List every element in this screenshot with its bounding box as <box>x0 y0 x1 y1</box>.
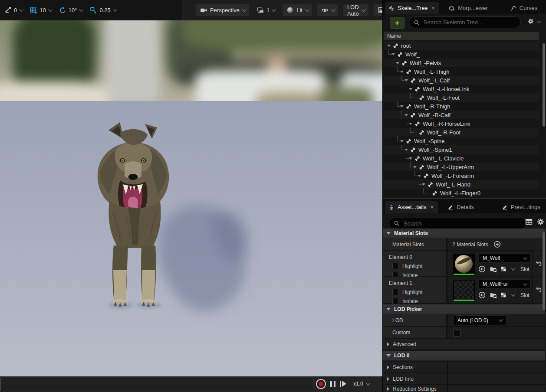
details-search-input[interactable] <box>403 220 522 227</box>
material-thumbnail-m-wolffur[interactable] <box>453 280 475 302</box>
add-bone-button[interactable]: + <box>390 17 405 29</box>
playback-speed-dropdown[interactable]: x1.0 <box>353 381 369 387</box>
isolate-checkbox[interactable] <box>392 298 399 304</box>
details-scrollbar[interactable] <box>543 232 545 310</box>
add-material-slot-icon[interactable] <box>493 241 501 248</box>
tab-skeleton-tree[interactable]: Skele...Tree × <box>385 2 439 14</box>
category-lod-picker[interactable]: LOD Picker <box>383 304 545 314</box>
lod0-row-sections[interactable]: Sections <box>383 362 545 373</box>
lit-label: Lit <box>296 7 303 13</box>
location-snap-control[interactable]: 0 <box>2 7 25 14</box>
tree-row-Wolf_-R-Calf[interactable]: Wolf_-R-Calf <box>384 111 539 119</box>
checker-material-icon[interactable] <box>501 292 507 298</box>
lod0-row-reduction-settings[interactable]: Reduction Settings <box>383 385 545 392</box>
lod-dropdown[interactable]: Auto (LOD 0) <box>453 315 506 325</box>
show-flags-dropdown[interactable] <box>317 4 338 16</box>
custom-checkbox[interactable] <box>453 329 460 336</box>
material-dropdown-m-wolf[interactable]: M_Wolf <box>478 253 530 263</box>
category-lod0[interactable]: LOD 0 <box>383 351 545 361</box>
category-material-slots[interactable]: Material Slots <box>383 229 545 238</box>
chevron-down-icon <box>113 7 117 12</box>
tree-row-Wolf_-L-Forearm[interactable]: Wolf_-L-Forearm <box>384 171 539 180</box>
perspective-dropdown[interactable]: Perspective <box>196 4 249 16</box>
use-selected-asset-icon[interactable] <box>478 291 486 299</box>
timeline-track[interactable] <box>0 378 313 391</box>
tree-connector <box>388 49 393 55</box>
chevron-down-icon[interactable] <box>511 292 515 297</box>
tree-row-Wolf_-L-Foot[interactable]: Wolf_-L-Foot <box>384 93 539 102</box>
checker-material-icon[interactable] <box>501 266 507 272</box>
tree-row-Wolf_-R-HorseLink[interactable]: Wolf_-R-HorseLink <box>384 119 539 128</box>
close-icon[interactable]: × <box>432 5 435 11</box>
skeleton-search[interactable] <box>409 16 521 28</box>
tab-preview-settings[interactable]: Previ...tings <box>498 201 545 213</box>
tree-row-Wolf_-R-Foot[interactable]: Wolf_-R-Foot <box>384 128 539 137</box>
browse-to-asset-icon[interactable] <box>490 291 497 299</box>
lod-auto-dropdown[interactable]: LOD Auto <box>343 4 368 16</box>
tree-row-Wolf_-L-Hand[interactable]: Wolf_-L-Hand <box>384 180 539 189</box>
display-options-icon[interactable] <box>525 218 533 225</box>
tab-asset-details[interactable]: Asset...tails × <box>385 201 438 213</box>
column-divider <box>447 373 448 384</box>
lit-mode-dropdown[interactable]: Lit <box>283 4 312 16</box>
grid-snap-control[interactable]: 10 <box>27 7 53 14</box>
tree-scrollbar[interactable] <box>543 43 545 127</box>
bone-label: Wolf_-L-Finger0 <box>440 190 480 196</box>
scale-snap-value: 0.25 <box>99 7 110 13</box>
expanded-arrow-icon[interactable] <box>387 45 391 47</box>
viewport[interactable]: 0 10 10° 0.25 Perspective <box>0 0 382 392</box>
tree-row-Wolf_-L-Finger0[interactable]: Wolf_-L-Finger0 <box>384 189 539 197</box>
bone-label: Wolf_-L-Calf <box>418 77 450 84</box>
tree-row-Wolf_-L-Calf[interactable]: Wolf_-L-Calf <box>384 76 539 85</box>
bone-icon <box>405 103 412 110</box>
wolf-model[interactable] <box>87 121 230 311</box>
tab-curves[interactable]: Curves <box>507 2 542 14</box>
tree-row-Wolf_-L-Thigh[interactable]: Wolf_-L-Thigh <box>384 67 539 76</box>
gear-icon[interactable] <box>537 218 544 225</box>
screen-size-control[interactable]: 1 <box>254 7 277 14</box>
tab-details[interactable]: Details <box>444 201 478 213</box>
browse-to-asset-icon[interactable] <box>490 265 497 273</box>
tree-row-Wolf_-L-HorseLink[interactable]: Wolf_-L-HorseLink <box>384 85 539 93</box>
lod0-row-lod-info[interactable]: LOD Info <box>383 373 545 385</box>
tree-row-Wolf_-L-Clavicle[interactable]: Wolf_-L-Clavicle <box>384 154 539 163</box>
tree-settings-control[interactable] <box>528 18 540 24</box>
tree-row-Wolf_-R-Thigh[interactable]: Wolf_-R-Thigh <box>384 102 539 111</box>
scale-snap-control[interactable]: 0.25 <box>87 7 118 14</box>
tab-morph-target-previewer[interactable]: Morp...ewer <box>445 2 492 14</box>
material-slots-count: 2 Material Slots <box>452 242 488 248</box>
bone-icon <box>414 155 421 162</box>
tree-row-Wolf_-Spine1[interactable]: Wolf_-Spine1 <box>384 145 539 154</box>
details-search[interactable] <box>389 218 527 229</box>
reset-to-default-icon[interactable] <box>535 260 543 268</box>
rotation-snap-control[interactable]: 10° <box>56 7 85 14</box>
highlight-checkbox[interactable] <box>392 263 399 269</box>
tree-row-Wolf_-Spine[interactable]: Wolf_-Spine <box>384 137 539 145</box>
tree-connector <box>397 101 401 107</box>
screenshot-dropdown[interactable] <box>374 4 382 16</box>
tree-column-header[interactable]: Name <box>384 32 539 40</box>
close-icon[interactable]: × <box>430 204 434 210</box>
reset-to-default-icon[interactable] <box>535 286 543 294</box>
tree-row-Wolf_[interactable]: Wolf_ <box>384 50 539 59</box>
chevron-down-icon <box>537 19 541 23</box>
use-selected-asset-icon[interactable] <box>478 265 486 273</box>
material-thumbnail-m-wolf[interactable] <box>453 254 475 276</box>
advanced-row[interactable]: Advanced <box>383 339 545 350</box>
camera-icon <box>200 7 207 14</box>
chevron-down-icon <box>366 381 370 385</box>
highlight-checkbox[interactable] <box>392 289 399 295</box>
plus-icon: + <box>395 19 399 27</box>
lod-row: LOD Auto (LOD 0) <box>383 314 545 327</box>
collapsed-arrow-icon <box>387 365 389 369</box>
step-forward-button[interactable] <box>340 381 346 387</box>
tree-row-root[interactable]: root <box>384 41 539 50</box>
tree-row-Wolf_-Pelvis[interactable]: Wolf_-Pelvis <box>384 59 539 67</box>
pause-button[interactable] <box>330 381 335 387</box>
skeleton-search-input[interactable] <box>423 19 516 26</box>
tree-row-Wolf_-L-UpperArm[interactable]: Wolf_-L-UpperArm <box>384 163 539 171</box>
chevron-down-icon[interactable] <box>511 266 515 271</box>
chevron-down-icon <box>305 7 309 12</box>
material-dropdown-m-wolffur[interactable]: M_WolfFur <box>478 279 530 289</box>
record-button[interactable] <box>316 379 326 389</box>
